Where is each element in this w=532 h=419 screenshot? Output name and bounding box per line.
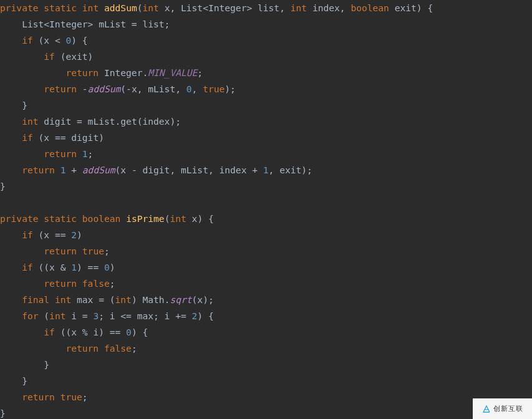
- code-token: [77, 213, 82, 224]
- code-line[interactable]: private static boolean isPrime(int x) {: [0, 213, 214, 224]
- code-token: [0, 84, 44, 94]
- code-token: return: [22, 392, 55, 402]
- code-line[interactable]: if ((x % i) == 0) {: [0, 327, 148, 337]
- code-token: [0, 392, 22, 402]
- code-token: [39, 213, 44, 224]
- code-line[interactable]: if (exit): [0, 51, 93, 62]
- code-token: (: [137, 2, 143, 13]
- code-token: 1: [82, 148, 88, 159]
- code-token: [99, 2, 104, 13]
- code-line[interactable]: return 1;: [0, 148, 93, 159]
- code-token: [49, 294, 55, 305]
- code-token: [77, 278, 82, 289]
- code-line[interactable]: List<Integer> mList = list;: [0, 19, 170, 29]
- code-token: ,: [192, 84, 203, 94]
- code-token: return: [22, 165, 55, 175]
- code-token: int: [49, 311, 65, 321]
- code-line[interactable]: }: [0, 408, 6, 418]
- code-token: [55, 392, 60, 402]
- code-token: ) ==: [77, 262, 104, 272]
- code-token: [0, 229, 22, 240]
- code-token: private: [0, 2, 39, 13]
- code-token: ) Math.: [132, 294, 170, 305]
- code-token: [0, 294, 22, 305]
- code-line[interactable]: int digit = mList.get(index);: [0, 116, 181, 127]
- code-token: ;: [132, 343, 137, 354]
- code-token: 0: [186, 84, 192, 94]
- code-line[interactable]: for (int i = 3; i <= max; i += 2) {: [0, 311, 214, 321]
- code-line[interactable]: }: [0, 359, 49, 370]
- code-token: [0, 35, 22, 46]
- code-token: int: [291, 2, 307, 13]
- code-token: int: [115, 294, 132, 305]
- code-token: x) {: [186, 213, 214, 224]
- code-token: ((x % i) ==: [55, 327, 126, 337]
- code-token: ) {: [132, 327, 148, 337]
- code-token: return: [44, 84, 77, 94]
- code-line[interactable]: private static int addSum(int x, List<In…: [0, 2, 433, 13]
- code-token: if: [22, 262, 33, 272]
- code-token: [77, 246, 82, 256]
- code-token: max = (: [71, 294, 115, 305]
- code-token: ((x &: [33, 262, 72, 272]
- code-token: x, List<Integer> list,: [159, 2, 291, 13]
- code-line[interactable]: }: [0, 375, 27, 386]
- code-token: (x);: [192, 294, 214, 305]
- code-token: ;: [82, 392, 88, 402]
- code-line[interactable]: if (x == 2): [0, 229, 82, 240]
- code-token: Integer.: [99, 67, 148, 78]
- code-token: ; i <= max; i +=: [99, 311, 191, 321]
- code-token: 1: [71, 262, 77, 272]
- code-token: if: [22, 229, 33, 240]
- code-line[interactable]: return true;: [0, 246, 110, 256]
- code-token: (x <: [33, 35, 66, 46]
- code-line[interactable]: }: [0, 100, 27, 110]
- code-line[interactable]: return false;: [0, 278, 115, 289]
- code-token: ) {: [71, 35, 87, 46]
- code-editor[interactable]: private static int addSum(int x, List<In…: [0, 0, 532, 419]
- code-token: int: [143, 2, 159, 13]
- code-token: [0, 262, 22, 272]
- code-line[interactable]: if (x == digit): [0, 132, 104, 143]
- code-token: int: [170, 213, 186, 224]
- code-token: [0, 116, 22, 127]
- code-line[interactable]: return -addSum(-x, mList, 0, true);: [0, 84, 236, 94]
- code-token: boolean: [351, 2, 389, 13]
- code-token: addSum: [104, 2, 137, 13]
- code-token: MIN_VALUE: [148, 67, 197, 78]
- code-token: [0, 132, 22, 143]
- code-token: [0, 327, 44, 337]
- code-token: final: [22, 294, 49, 305]
- code-line[interactable]: if (x < 0) {: [0, 35, 88, 46]
- code-token: (x - digit, mList, index +: [115, 165, 263, 175]
- code-line[interactable]: return true;: [0, 392, 88, 402]
- code-token: addSum: [88, 84, 121, 94]
- code-token: ;: [104, 246, 110, 256]
- code-token: static: [44, 2, 77, 13]
- code-token: }: [0, 375, 27, 386]
- code-token: (: [39, 311, 50, 321]
- code-token: ) {: [197, 311, 213, 321]
- code-token: if: [44, 51, 55, 62]
- code-line[interactable]: final int max = (int) Math.sqrt(x);: [0, 294, 214, 305]
- code-token: ): [110, 262, 115, 272]
- code-line[interactable]: return false;: [0, 343, 137, 354]
- code-line[interactable]: return 1 + addSum(x - digit, mList, inde…: [0, 165, 312, 175]
- code-token: private: [0, 213, 39, 224]
- code-token: [99, 343, 104, 354]
- code-token: return: [65, 343, 99, 354]
- code-token: if: [22, 35, 33, 46]
- code-token: 0: [104, 262, 110, 272]
- code-token: +: [65, 165, 82, 175]
- code-token: return: [44, 148, 77, 159]
- code-line[interactable]: }: [0, 181, 6, 191]
- code-token: 1: [263, 165, 269, 175]
- code-token: ;: [197, 67, 203, 78]
- code-token: addSum: [82, 165, 115, 175]
- code-line[interactable]: return Integer.MIN_VALUE;: [0, 67, 203, 78]
- code-token: 0: [65, 35, 71, 46]
- code-line[interactable]: if ((x & 1) == 0): [0, 262, 115, 272]
- code-token: [0, 165, 22, 175]
- code-token: }: [0, 359, 49, 370]
- code-token: false: [104, 343, 132, 354]
